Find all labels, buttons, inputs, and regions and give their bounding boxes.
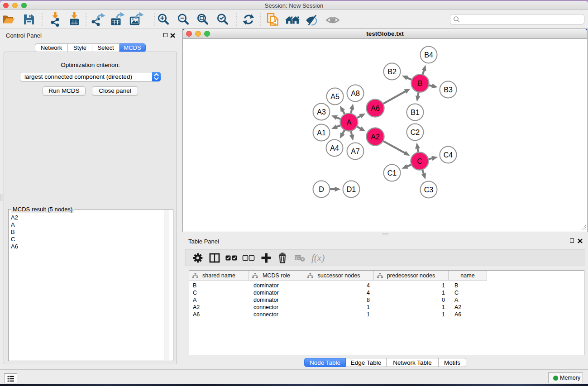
svg-text:C4: C4 <box>444 151 453 159</box>
svg-text:A6: A6 <box>371 105 380 112</box>
svg-text:B3: B3 <box>444 86 453 94</box>
svg-text:C2: C2 <box>411 129 420 136</box>
svg-text:D: D <box>319 186 324 193</box>
svg-text:A5: A5 <box>330 93 339 100</box>
svg-text:A1: A1 <box>317 129 326 137</box>
svg-text:B1: B1 <box>411 109 420 116</box>
svg-text:A8: A8 <box>351 90 360 97</box>
svg-text:C3: C3 <box>424 186 434 194</box>
svg-text:C: C <box>417 157 422 165</box>
svg-text:A4: A4 <box>330 144 339 152</box>
svg-text:A: A <box>347 119 352 126</box>
svg-text:A2: A2 <box>371 133 380 141</box>
svg-text:C1: C1 <box>387 169 397 177</box>
svg-text:f(x): f(x) <box>311 253 325 263</box>
svg-text:B: B <box>418 80 423 87</box>
svg-text:D1: D1 <box>347 186 356 193</box>
svg-text:A3: A3 <box>317 108 326 116</box>
svg-text:B4: B4 <box>424 51 433 59</box>
svg-text:B2: B2 <box>387 68 397 76</box>
svg-text:A7: A7 <box>351 148 360 155</box>
